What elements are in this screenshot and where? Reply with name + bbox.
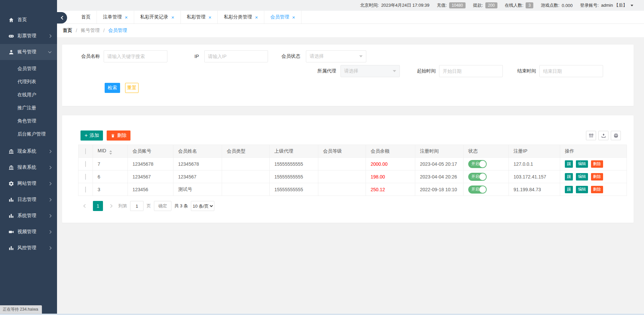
cell-level — [318, 170, 366, 183]
member-status-select[interactable]: 请选择 — [306, 50, 366, 62]
ip-input[interactable] — [204, 50, 268, 62]
tab-lottery-manage[interactable]: 私彩管理 × — [181, 11, 218, 23]
sidebar-item-risk[interactable]: 风控管理 — [0, 240, 57, 256]
caret-down-icon — [631, 5, 633, 6]
close-icon[interactable]: × — [171, 15, 174, 20]
bar-chart-icon — [8, 197, 14, 203]
row-checkbox[interactable] — [85, 187, 86, 193]
close-icon[interactable]: × — [292, 15, 295, 20]
edit-button[interactable]: 编辑 — [576, 186, 588, 193]
close-icon[interactable]: × — [209, 15, 212, 20]
chevron-right-icon — [48, 182, 52, 185]
add-button[interactable]: + 添加 — [80, 130, 103, 141]
confirm-page-button[interactable]: 确定 — [154, 201, 171, 211]
print-button[interactable] — [611, 131, 621, 140]
agent-select[interactable]: 请选择 — [340, 65, 400, 77]
toggle-knob-icon — [479, 186, 486, 193]
status-toggle[interactable]: 开启 — [468, 173, 487, 181]
current-page-button[interactable]: 1 — [93, 201, 103, 211]
account-label: 登录账号: — [580, 2, 599, 8]
export-button[interactable] — [598, 131, 608, 140]
sidebar-collapse-button[interactable] — [57, 12, 67, 23]
sort-icon[interactable] — [109, 150, 112, 155]
column-header-balance: 会员余额 — [366, 145, 415, 158]
sidebar-subitem-roles[interactable]: 角色管理 — [0, 114, 57, 127]
sidebar-item-home[interactable]: 首页 — [0, 12, 57, 28]
column-header-mid: MID — [93, 145, 128, 158]
recharge-stat: 充值: 10480 — [437, 2, 466, 8]
select-all-checkbox[interactable] — [85, 148, 86, 154]
column-header-level: 会员等级 — [318, 145, 366, 158]
horizontal-scrollbar[interactable] — [0, 314, 644, 315]
cell-account: 1234567 — [128, 170, 173, 183]
reset-button[interactable]: 重置 — [125, 83, 139, 93]
sidebar-item-label: 风控管理 — [17, 245, 49, 251]
tab-bet-orders[interactable]: 注单管理 × — [97, 11, 134, 23]
breadcrumb-home[interactable]: 首页 — [63, 28, 72, 34]
sidebar-subitem-promo-register[interactable]: 推广注册 — [0, 101, 57, 114]
cell-regtime: 2023-04-04 20:26 — [415, 170, 464, 183]
column-header-agent: 上级代理 — [270, 145, 318, 158]
member-name-input[interactable] — [104, 50, 167, 62]
row-checkbox[interactable] — [85, 174, 86, 180]
sidebar-subitem-agents[interactable]: 代理列表 — [0, 75, 57, 88]
ip-field-group: IP — [194, 50, 268, 62]
sidebar-subitem-backend-accounts[interactable]: 后台账户管理 — [0, 127, 57, 141]
page-size-select[interactable]: 10 条/页 — [191, 201, 214, 211]
sidebar-subitem-online-users[interactable]: 在线用户 — [0, 88, 57, 101]
breadcrumb-accounts[interactable]: 账号管理 — [81, 28, 100, 34]
tab-label: 会员管理 — [270, 14, 289, 20]
status-toggle[interactable]: 开启 — [468, 186, 487, 194]
batch-delete-button[interactable]: 删除 — [107, 130, 130, 141]
search-button[interactable]: 检索 — [105, 83, 120, 93]
delete-button[interactable]: 删除 — [591, 160, 603, 168]
tab-members[interactable]: 会员管理 × — [264, 11, 302, 23]
filter-columns-button[interactable] — [586, 131, 596, 140]
sidebar-item-label: 现金系统 — [17, 148, 49, 154]
kick-button[interactable]: 踢 — [565, 173, 573, 180]
close-icon[interactable]: × — [125, 15, 128, 20]
sidebar-item-label: 日志管理 — [17, 197, 49, 203]
column-header-regtime: 注册时间 — [415, 145, 464, 158]
breadcrumb-separator: / — [76, 28, 77, 33]
tab-lottery-category[interactable]: 私彩分类管理 × — [218, 11, 264, 23]
gamepad-icon — [8, 33, 14, 39]
sidebar-item-cash[interactable]: 现金系统 — [0, 143, 57, 159]
edit-button[interactable]: 编辑 — [576, 160, 588, 168]
prev-page-button[interactable] — [80, 201, 90, 211]
delete-button[interactable]: 删除 — [591, 173, 603, 180]
next-page-button[interactable] — [106, 201, 115, 211]
account-dropdown[interactable]: 登录账号: admin 【后】 — [580, 2, 633, 8]
kick-button[interactable]: 踢 — [565, 186, 573, 193]
sidebar-item-video[interactable]: 视频管理 — [0, 224, 57, 240]
sidebar-item-reports[interactable]: 报表系统 — [0, 159, 57, 175]
tab-home[interactable]: 首页 — [75, 11, 97, 23]
sidebar-item-system[interactable]: 系统管理 — [0, 208, 57, 224]
account-value: admin 【后】 — [601, 2, 627, 8]
cell-ip: 103.172.41.157 — [509, 170, 560, 183]
end-date-input[interactable] — [539, 65, 603, 77]
topbar: 北京时间: 2023年4月24日 17:09:39 充值: 10480 提款: … — [57, 0, 644, 11]
edit-button[interactable]: 编辑 — [576, 173, 588, 180]
sidebar-item-lottery[interactable]: 彩票管理 — [0, 28, 57, 44]
goto-page-input[interactable] — [130, 201, 144, 211]
sidebar-item-accounts[interactable]: 账号管理 — [0, 44, 57, 60]
sidebar-item-logs[interactable]: 日志管理 — [0, 192, 57, 208]
cell-regtime: 2022-09-18 10:10 — [415, 183, 464, 196]
cell-account: 12345678 — [128, 158, 173, 170]
breadcrumb: 首页 / 账号管理 / 会员管理 — [57, 24, 644, 37]
cell-agent: 15555555555 — [270, 158, 318, 170]
kick-button[interactable]: 踢 — [565, 160, 573, 168]
tab-lottery-draw-records[interactable]: 私彩开奖记录 × — [134, 11, 181, 23]
sidebar-item-website[interactable]: 网站管理 — [0, 175, 57, 192]
bar-chart-icon — [8, 245, 14, 251]
table-row: 3 123456 测试号 15555555555 250.12 2022-09-… — [78, 183, 627, 196]
sidebar-subitem-members[interactable]: 会员管理 — [0, 62, 57, 75]
admin-page: { "colors": { "primary_blue": "#1E9FFF",… — [0, 0, 644, 315]
delete-button[interactable]: 删除 — [591, 186, 603, 193]
row-checkbox[interactable] — [85, 161, 86, 167]
status-toggle[interactable]: 开启 — [468, 160, 487, 168]
tab-label: 私彩开奖记录 — [140, 14, 168, 20]
start-date-input[interactable] — [439, 65, 503, 77]
close-icon[interactable]: × — [255, 15, 258, 20]
